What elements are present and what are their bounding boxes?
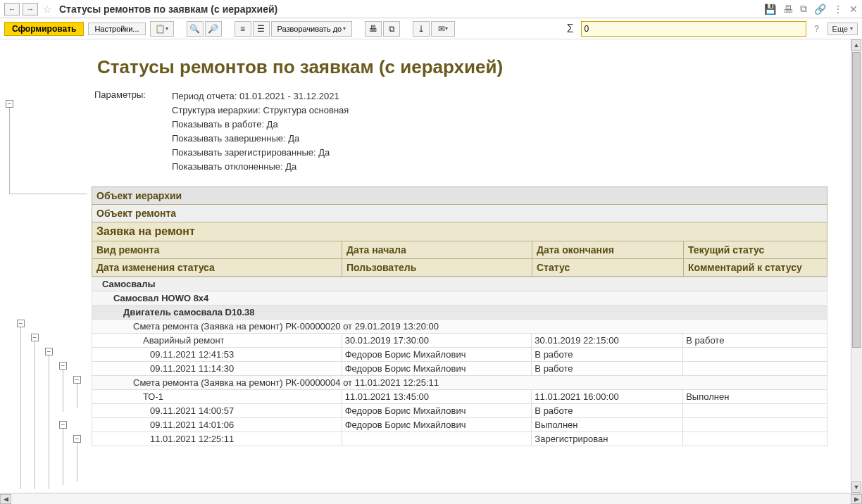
sigma-icon: Σ	[567, 23, 574, 35]
table-row[interactable]: Смета ремонта (Заявка на ремонт) РК-0000…	[92, 376, 827, 390]
save-as-button[interactable]: ⤓	[413, 21, 430, 37]
table-row[interactable]: 11.01.2021 12:25:11Зарегистрирован	[92, 432, 827, 446]
send-button[interactable]: ✉▾	[431, 21, 455, 37]
row-cell: Зарегистрирован	[532, 432, 683, 446]
params-label: Параметры:	[94, 89, 172, 174]
settings-button[interactable]: Настройки...	[88, 23, 145, 35]
row-cell: 11.01.2021 12:25:11	[92, 432, 342, 446]
outline-toggle[interactable]: −	[59, 421, 67, 429]
header-repair-object: Объект ремонта	[92, 205, 827, 222]
row-cell: 09.11.2021 11:14:30	[92, 362, 342, 376]
scroll-track[interactable]	[11, 494, 851, 504]
variants-button[interactable]: 📋▾	[150, 21, 174, 37]
table-row[interactable]: Смета ремонта (Заявка на ремонт) РК-0000…	[92, 320, 827, 334]
table-row[interactable]: Аварийный ремонт30.01.2019 17:30:0030.01…	[92, 334, 827, 348]
expand-to-label: Разворачивать до	[277, 25, 342, 33]
row-cell	[683, 418, 827, 432]
form-button[interactable]: Сформировать	[4, 22, 84, 36]
row-cell: В работе	[532, 362, 683, 376]
table-row[interactable]: Двигатель самосвала D10.38	[92, 305, 827, 320]
param-row: Показывать завершенные: Да	[172, 132, 349, 146]
scroll-left-icon[interactable]: ◀	[0, 494, 11, 504]
outline-gutter: − − − − − − − −	[0, 39, 92, 493]
table-row[interactable]: 09.11.2021 14:00:57Федоров Борис Михайло…	[92, 404, 827, 418]
table-row[interactable]: Самосвалы	[92, 277, 827, 291]
param-row: Показывать отклоненные: Да	[172, 160, 349, 174]
data-table: СамосвалыСамосвал HOWO 8x4Двигатель само…	[92, 277, 827, 446]
more-menu-icon[interactable]: ⋮	[833, 4, 842, 15]
header-table: Объект иерархии Объект ремонта Заявка на…	[92, 187, 827, 277]
outline-line	[77, 384, 77, 408]
table-row[interactable]: 09.11.2021 12:41:53Федоров Борис Михайло…	[92, 348, 827, 362]
param-row: Показывать зарегистрированные: Да	[172, 146, 349, 160]
sum-input[interactable]	[581, 21, 806, 37]
row-cell: 09.11.2021 14:00:57	[92, 404, 342, 418]
row-cell: Федоров Борис Михайлович	[342, 404, 532, 418]
print-preview-button[interactable]: ⧉	[383, 21, 400, 37]
row-cell: Федоров Борис Михайлович	[342, 362, 532, 376]
row-cell: 09.11.2021 12:41:53	[92, 348, 342, 362]
header-end-date: Дата окончания	[532, 241, 684, 259]
row-cell: В работе	[532, 404, 683, 418]
outline-line	[20, 327, 21, 489]
table-row[interactable]: 09.11.2021 14:01:06Федоров Борис Михайло…	[92, 418, 827, 432]
favorite-star-icon[interactable]: ☆	[41, 3, 54, 15]
row-cell	[683, 432, 827, 446]
outline-toggle[interactable]: −	[45, 348, 53, 355]
save-icon[interactable]: 💾	[764, 4, 776, 15]
scroll-down-icon[interactable]: ▼	[851, 481, 861, 493]
header-status-comment: Комментарий к статусу	[684, 259, 827, 277]
params-values: Период отчета: 01.01.2021 - 31.12.2021 С…	[172, 89, 349, 174]
outline-toggle[interactable]: −	[31, 334, 39, 341]
row-cell: Федоров Борис Михайлович	[342, 418, 532, 432]
table-row[interactable]: 09.11.2021 11:14:30Федоров Борис Михайло…	[92, 362, 827, 376]
vertical-scrollbar[interactable]: ▲ ▼	[851, 39, 862, 493]
row-cell: Смета ремонта (Заявка на ремонт) РК-0000…	[92, 376, 827, 390]
outline-line	[49, 355, 49, 489]
outline-toggle[interactable]: −	[59, 362, 67, 370]
row-cell	[683, 348, 827, 362]
header-status-change-date: Дата изменения статуса	[92, 259, 342, 277]
nav-back-button[interactable]: ←	[4, 3, 20, 15]
outline-toggle[interactable]: −	[73, 376, 81, 384]
preview-icon[interactable]: ⧉	[800, 3, 807, 15]
scroll-up-icon[interactable]: ▲	[851, 39, 861, 51]
nav-forward-button[interactable]: →	[23, 3, 38, 15]
scroll-thumb[interactable]	[852, 52, 861, 348]
more-button[interactable]: Еще ▾	[827, 23, 858, 35]
help-button[interactable]: ?	[811, 21, 823, 37]
row-cell: Смета ремонта (Заявка на ремонт) РК-0000…	[92, 320, 827, 334]
close-icon[interactable]: ✕	[849, 4, 858, 15]
window-title: Статусы ремонтов по заявкам (с иерархией…	[59, 4, 761, 15]
expand-all-button[interactable]: ☰	[253, 21, 270, 37]
table-row[interactable]: Самосвал HOWO 8x4	[92, 291, 827, 305]
row-cell: Самосвалы	[92, 277, 827, 291]
row-cell: 09.11.2021 14:01:06	[92, 418, 342, 432]
print-button[interactable]: 🖶	[365, 21, 382, 37]
outline-toggle[interactable]: −	[17, 320, 25, 327]
header-start-date: Дата начала	[342, 241, 532, 259]
row-cell: Федоров Борис Михайлович	[342, 348, 532, 362]
outline-toggle[interactable]: −	[73, 435, 81, 443]
collapse-all-button[interactable]: ≡	[235, 21, 251, 37]
row-cell: Выполнен	[532, 418, 683, 432]
outline-line	[63, 429, 63, 485]
table-row[interactable]: ТО-111.01.2021 13:45:0011.01.2021 16:00:…	[92, 390, 827, 404]
outline-toggle[interactable]: −	[6, 100, 13, 108]
row-cell: 30.01.2019 17:30:00	[342, 334, 532, 348]
row-cell: 11.01.2021 13:45:00	[342, 390, 532, 404]
expand-to-button[interactable]: Разворачивать до ▾	[271, 21, 353, 37]
print-icon[interactable]: 🖶	[783, 4, 793, 15]
row-cell: 30.01.2019 22:15:00	[532, 334, 683, 348]
header-current-status: Текущий статус	[684, 241, 827, 259]
row-cell	[342, 432, 532, 446]
row-cell	[683, 404, 827, 418]
link-icon[interactable]: 🔗	[814, 4, 826, 15]
outline-line	[77, 443, 77, 481]
find-button[interactable]: 🔍	[187, 21, 204, 37]
row-cell: В работе	[532, 348, 683, 362]
header-hierarchy-object: Объект иерархии	[92, 187, 827, 205]
horizontal-scrollbar[interactable]: ◀ ▶	[0, 493, 862, 504]
find-next-button[interactable]: 🔎	[205, 21, 222, 37]
scroll-right-icon[interactable]: ▶	[851, 494, 862, 504]
